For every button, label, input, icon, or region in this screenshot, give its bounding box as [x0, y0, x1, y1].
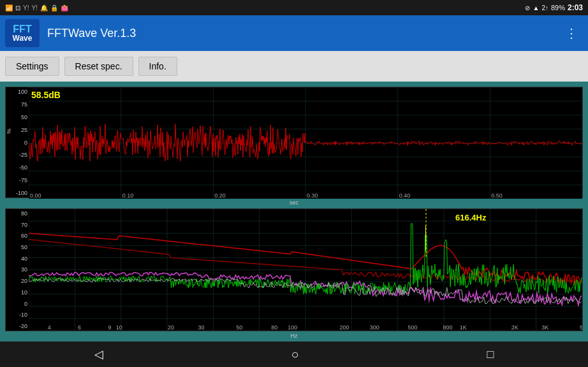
spec-y-20: 20: [21, 278, 27, 284]
lte-icon: 2↑: [541, 4, 548, 11]
app-logo: FFT Wave: [5, 19, 40, 47]
logo-wave: Wave: [13, 34, 33, 42]
spec-y-40: 40: [21, 255, 27, 262]
app-icon3: 🔔: [40, 4, 48, 11]
app-icon4: 🔒: [50, 4, 58, 11]
spec-y-60: 60: [21, 233, 27, 239]
app-title: FFTWave Ver.1.3: [47, 27, 560, 40]
signal-icon: ▲: [533, 4, 539, 11]
battery-text: 89%: [551, 4, 565, 11]
wave-y-75: 75: [21, 101, 27, 108]
status-bar: 📶 ⊡ Y! Y! 🔔 🔒 👛 ⊘ ▲ 2↑ 89% 2:03: [0, 0, 588, 15]
status-icons-right: ⊘ ▲ 2↑ 89% 2:03: [525, 3, 583, 12]
home-button[interactable]: ○: [266, 342, 325, 367]
wave-y-n25: -25: [19, 152, 27, 158]
wave-y-50: 50: [21, 114, 27, 120]
time-text: 2:03: [568, 3, 583, 12]
menu-icon[interactable]: ⋮: [560, 20, 583, 46]
wave-y-n100: -100: [16, 190, 27, 196]
notification-icon: 📶: [5, 4, 13, 11]
wave-x-axis-label: sec: [3, 199, 585, 206]
spec-y-0: 0: [24, 301, 27, 307]
spec-canvas[interactable]: [29, 209, 582, 331]
spec-freq-label: 616.4Hz: [455, 213, 486, 222]
back-button[interactable]: ◁: [69, 342, 129, 366]
spec-y-n20: -20: [19, 323, 27, 329]
wifi-icon: ⊡: [15, 4, 20, 11]
status-icons-left: 📶 ⊡ Y! Y! 🔔 🔒 👛: [5, 4, 68, 11]
spec-y-70: 70: [21, 222, 27, 228]
settings-button[interactable]: Settings: [5, 57, 59, 76]
wave-db-label: 58.5dB: [31, 90, 61, 100]
wave-y-axis-label: %: [6, 129, 12, 134]
spec-y-n10: -10: [19, 312, 27, 318]
spec-x-axis-label: Hz: [3, 333, 585, 339]
spec-y-10: 10: [21, 289, 27, 296]
charts-area: 100 75 50 25 0 -25 -50 -75 -100 % 58.5dB…: [0, 82, 588, 342]
freq-marker-line: [425, 226, 426, 251]
recent-button[interactable]: □: [462, 343, 520, 366]
app-icon5: 👛: [61, 4, 68, 11]
spec-y-80: 80: [21, 210, 27, 217]
wave-y-0: 0: [24, 140, 27, 146]
spec-y-50: 50: [21, 244, 27, 250]
app-icon1: Y!: [23, 4, 29, 11]
wave-y-25: 25: [21, 127, 27, 133]
wave-canvas[interactable]: [29, 87, 582, 199]
app-bar: FFT Wave FFTWave Ver.1.3 ⋮: [0, 15, 588, 51]
wave-y-n75: -75: [19, 177, 27, 184]
app-icon2: Y!: [31, 4, 37, 11]
spec-chart: 80 70 60 50 40 30 20 10 0 -10 -20 616.4H…: [5, 208, 583, 331]
block-icon: ⊘: [525, 4, 530, 11]
wave-chart: 100 75 50 25 0 -25 -50 -75 -100 % 58.5dB: [5, 87, 583, 198]
toolbar: Settings Reset spec. Info.: [0, 51, 588, 82]
info-button[interactable]: Info.: [138, 57, 177, 76]
wave-y-100: 100: [18, 89, 27, 95]
logo-fft: FFT: [13, 24, 31, 34]
wave-y-n50: -50: [19, 164, 27, 171]
reset-spec-button[interactable]: Reset spec.: [64, 57, 133, 76]
spec-y-30: 30: [21, 266, 27, 273]
nav-bar: ◁ ○ □: [0, 342, 588, 367]
